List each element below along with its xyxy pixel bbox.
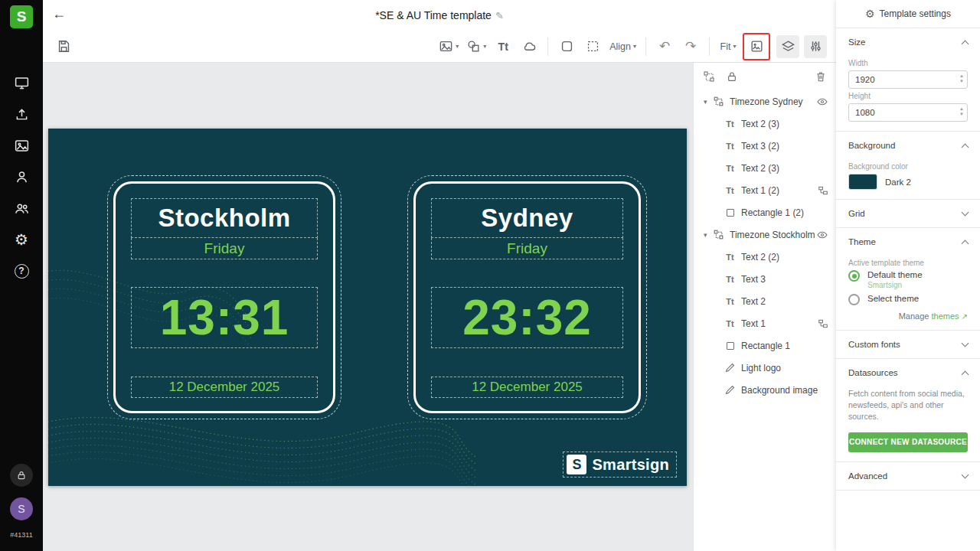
delete-layer-icon[interactable] [815,70,827,83]
layer-row[interactable]: TtText 2 (3) [694,112,836,135]
day-label: Friday [507,240,547,257]
datasource-link-icon[interactable] [818,318,828,329]
connect-datasource-button[interactable]: CONNECT NEW DATASOURCE [848,432,968,452]
align-dropdown[interactable]: Align ▾ [607,35,639,58]
smartsign-logo[interactable]: S [10,5,33,28]
app-sidebar: S ⚙ ? S #41311 [0,0,43,551]
insert-image-button[interactable]: ▾ [436,35,461,58]
layer-row[interactable]: TtText 1 (2) [694,179,836,201]
city-text-stockholm[interactable]: Stockholm [131,198,318,238]
section-label: Grid [848,209,865,218]
radio-unselected-icon[interactable] [848,294,860,305]
day-text-stockholm[interactable]: Friday [131,238,318,259]
settings-icon[interactable]: ⚙ [13,231,30,248]
section-advanced-header[interactable]: Advanced [836,462,980,490]
section-size-header[interactable]: Size [836,28,980,56]
template-canvas[interactable]: Stockholm Friday 13:31 12 December 2025 … [48,129,687,486]
redo-button[interactable]: ↷ [679,35,702,58]
select-theme-option[interactable]: Select theme [848,294,968,305]
layers-panel: ▾ Timezone Sydney TtText 2 (3) TtText 3 … [693,63,836,551]
edit-title-icon[interactable]: ✎ [495,10,504,21]
time-label: 23:32 [462,293,592,342]
screens-icon[interactable] [13,74,30,91]
radio-selected-icon[interactable] [848,270,860,282]
layers-panel-toggle[interactable] [776,35,799,58]
date-text-stockholm[interactable]: 12 December 2025 [131,377,318,398]
city-label: Stockholm [158,204,290,233]
day-text-sydney[interactable]: Friday [431,238,623,259]
insert-shape-button[interactable]: ▾ [464,35,488,58]
layer-row[interactable]: Rectangle 1 (2) [694,201,836,223]
layer-row-background-image[interactable]: Background image [694,379,836,401]
highlight-annotation [743,33,770,60]
users-icon[interactable] [13,200,30,217]
section-grid-header[interactable]: Grid [836,200,980,227]
layer-row[interactable]: TtText 2 [694,290,836,312]
layer-label: Background image [741,385,818,396]
layer-label: Text 2 (3) [741,119,779,129]
default-theme-label: Default theme [867,270,923,279]
toolbar-separator [709,37,710,56]
expand-caret-icon[interactable]: ▾ [704,98,713,106]
lock-layer-icon[interactable] [726,70,738,83]
height-stepper[interactable]: ▲▼ [959,106,964,117]
width-label: Width [848,59,968,67]
group-objects-icon[interactable] [703,70,715,83]
media-icon[interactable] [13,137,30,154]
caret-down-icon: ▾ [456,43,459,50]
visibility-eye-icon[interactable] [816,96,828,108]
properties-panel-toggle[interactable] [804,35,827,58]
timezone-group-sydney[interactable]: Sydney Friday 23:32 12 December 2025 [413,181,641,413]
smartsign-watermark[interactable]: S Smartsign [563,452,677,478]
datasource-link-icon[interactable] [818,185,828,196]
manage-themes-link[interactable]: themes [931,311,959,321]
user-avatar[interactable]: S [10,497,33,520]
insert-widget-button[interactable] [518,35,541,58]
lock-icon[interactable] [10,464,33,487]
undo-button[interactable]: ↶ [653,35,676,58]
zoom-fit-dropdown[interactable]: Fit ▾ [717,35,740,58]
layer-group-stockholm[interactable]: ▾ Timezone Stockholm [694,223,836,246]
expand-caret-icon[interactable]: ▾ [704,231,713,239]
text-layer-icon: Tt [724,318,736,329]
pencil-icon [724,384,736,396]
layer-row-light-logo[interactable]: Light logo [694,357,836,379]
layer-row[interactable]: TtText 3 [694,268,836,290]
select-theme-label: Select theme [867,294,919,303]
background-color-swatch[interactable] [848,174,877,190]
section-background-header[interactable]: Background [836,132,980,159]
layer-group-sydney[interactable]: ▾ Timezone Sydney [694,90,836,112]
layer-row[interactable]: TtText 1 [694,312,836,334]
avatar-initial: S [18,503,24,515]
date-text-sydney[interactable]: 12 December 2025 [431,377,623,398]
border-style-button[interactable] [555,35,578,58]
layer-row[interactable]: TtText 2 (2) [694,246,836,268]
active-theme-label: Active template theme [848,259,968,267]
width-stepper[interactable]: ▲▼ [959,73,964,84]
smartsign-wordmark: Smartsign [592,456,669,474]
layer-row[interactable]: Rectangle 1 [694,334,836,357]
insert-text-button[interactable]: Tt [492,35,514,58]
help-icon[interactable]: ? [13,262,30,279]
section-theme-header[interactable]: Theme [836,228,980,256]
time-text-sydney[interactable]: 23:32 [431,287,623,348]
timezone-group-stockholm[interactable]: Stockholm Friday 13:31 12 December 2025 [113,181,335,413]
city-text-sydney[interactable]: Sydney [431,198,623,238]
width-input[interactable] [848,70,968,89]
background-image-tool-button[interactable] [745,35,768,58]
layer-row[interactable]: TtText 3 (2) [694,135,836,157]
default-theme-option[interactable]: Default theme Smartsign [848,270,968,289]
user-icon[interactable] [13,168,30,185]
height-input[interactable] [848,103,968,122]
publish-icon[interactable] [13,106,30,122]
time-text-stockholm[interactable]: 13:31 [131,287,318,348]
template-title[interactable]: *SE & AU Time template [375,9,492,21]
selection-frame-button[interactable] [581,35,604,58]
save-button[interactable] [52,35,75,58]
section-theme-body: Active template theme Default theme Smar… [836,259,980,330]
chevron-down-icon [962,340,969,347]
visibility-eye-icon[interactable] [816,229,828,241]
section-custom-fonts-header[interactable]: Custom fonts [836,331,980,358]
layer-row[interactable]: TtText 2 (3) [694,157,836,179]
section-datasources-header[interactable]: Datasources [836,359,980,386]
